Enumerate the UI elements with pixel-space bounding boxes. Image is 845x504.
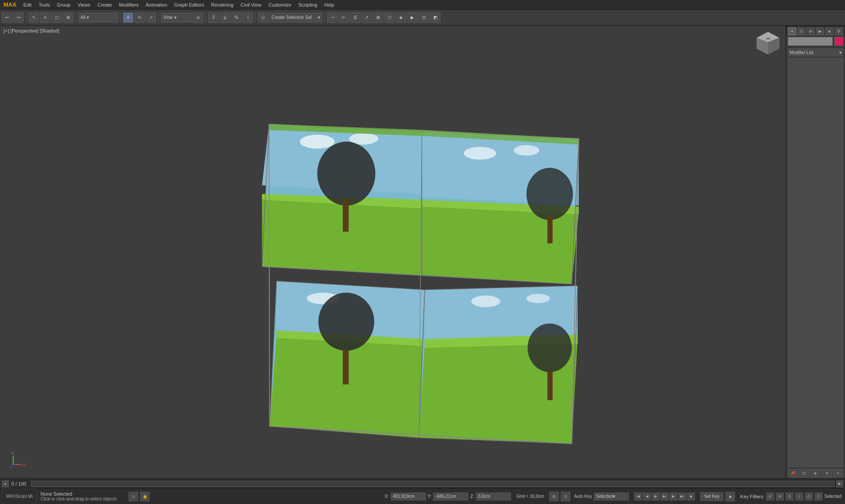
menu-max[interactable]: MAX (0, 0, 20, 9)
goto-end-button[interactable]: ▶| (678, 493, 686, 500)
svg-rect-36 (547, 217, 553, 243)
select-move-button[interactable]: ✛ (123, 12, 133, 23)
goto-start-button[interactable]: |◀ (634, 493, 642, 500)
select-by-name-button[interactable]: ≡ (40, 12, 51, 23)
menu-customize[interactable]: Customize (265, 0, 295, 9)
remove-modifier-button[interactable]: ✕ (822, 469, 832, 478)
prev-frame-button[interactable]: ◀ (643, 493, 651, 500)
next-frame-button[interactable]: ▶ (669, 493, 677, 500)
panel-tab-hierarchy[interactable]: ⊗ (807, 27, 815, 35)
material-editor-button[interactable]: ⬡ (384, 12, 395, 23)
panel-tab-modify[interactable]: ⊡ (797, 27, 805, 35)
menu-animation[interactable]: Animation (142, 0, 171, 9)
align-button[interactable]: ⊢ (338, 12, 349, 23)
menu-group[interactable]: Group (54, 0, 74, 9)
show-end-result-button[interactable]: ⊡ (799, 469, 810, 478)
select-rotate-button[interactable]: ↻ (134, 12, 145, 23)
menu-create[interactable]: Create (94, 0, 115, 9)
activeshade-button[interactable]: ◩ (430, 12, 441, 23)
snap-3d-button[interactable]: 3 (208, 12, 219, 23)
maxscript-mini-listener[interactable]: MAXScript Mi (2, 489, 37, 504)
object-color-swatch[interactable] (788, 37, 833, 46)
viewport[interactable]: [+] [Perspective] [Shaded] (0, 26, 786, 478)
render-button[interactable]: ⊡ (419, 12, 429, 23)
toolbar-sep-5 (206, 12, 206, 23)
play-selected-button[interactable]: ▶| (661, 493, 669, 500)
panel-tab-create[interactable]: ✦ (788, 27, 796, 35)
panel-tab-motion[interactable]: ▶ (816, 27, 824, 35)
menu-civil-view[interactable]: Civil View (237, 0, 265, 9)
menu-edit[interactable]: Edit (20, 0, 35, 9)
edit-named-sel-button[interactable]: ⌸ (258, 12, 268, 23)
key-filter-pos[interactable]: P (766, 493, 774, 500)
menu-views[interactable]: Views (74, 0, 94, 9)
timeline-config-button[interactable]: ▶ (836, 480, 843, 487)
right-panel: ✦ ⊡ ⊗ ▶ ◈ ⚙ Modifier List ▾ 📌 ⊡ ◈ ✕ (786, 26, 845, 478)
create-selection-dropdown[interactable]: Create Selection Sel ▾ (269, 13, 322, 22)
mirror-button[interactable]: ⊣ (327, 12, 338, 23)
key-filter-custom[interactable]: C (815, 493, 823, 500)
set-key-icon[interactable]: ◆ (725, 492, 735, 501)
status-sel-lock-button[interactable]: 🔒 (140, 492, 150, 501)
snap-angle-button[interactable]: ∠ (220, 12, 230, 23)
texture-panel-br (419, 286, 578, 444)
menu-scripting[interactable]: Scripting (295, 0, 321, 9)
key-filter-scale[interactable]: S (786, 493, 794, 500)
play-button[interactable]: ▶ (652, 493, 660, 500)
color-swatch-row (786, 35, 845, 47)
panel-tab-utilities[interactable]: ⚙ (835, 27, 843, 35)
curve-editor-button[interactable]: ↗ (361, 12, 372, 23)
menu-tools[interactable]: Tools (35, 0, 54, 9)
panel-tab-display[interactable]: ◈ (825, 27, 834, 35)
window-crossing-button[interactable]: ⊞ (63, 12, 73, 23)
autokey-area: Auto Key Selected ▾ (572, 493, 631, 500)
viewport-orientation-cube[interactable]: TOP (755, 30, 781, 56)
adaptive-grid-button[interactable]: ⊞ (549, 492, 559, 501)
render-setup-button[interactable]: ◈ (396, 12, 406, 23)
snap-percent-button[interactable]: % (231, 12, 242, 23)
selection-filter-dropdown[interactable]: All ▾ (78, 13, 118, 22)
svg-point-19 (300, 135, 334, 149)
key-mode-button[interactable]: ◆ (687, 493, 695, 500)
use-pivot-button[interactable]: ⊙ (193, 12, 203, 23)
grid-display: Grid = 10,0cm (513, 494, 547, 499)
layer-manager-button[interactable]: ☰ (350, 12, 360, 23)
menu-graph-editors[interactable]: Graph Editors (171, 0, 208, 9)
configure-sets-button[interactable]: ≡ (833, 469, 843, 478)
pin-stack-button[interactable]: 📌 (788, 469, 798, 478)
make-unique-button[interactable]: ◈ (810, 469, 821, 478)
reference-coord-dropdown[interactable]: View ▾ (161, 13, 192, 22)
x-coord-field[interactable]: 401,819cm (391, 493, 426, 500)
menu-modifiers[interactable]: Modifiers (115, 0, 142, 9)
timeline-expand-button[interactable]: ▲ (2, 480, 9, 487)
modifier-list-dropdown[interactable]: Modifier List ▾ (788, 48, 843, 56)
select-region-button[interactable]: ◻ (51, 12, 62, 23)
key-filters-area: Key Filters: P R S I O C Selected (738, 493, 843, 500)
svg-text:Y: Y (11, 451, 14, 456)
key-filters-label: Key Filters: (740, 494, 764, 499)
y-coord-field[interactable]: -686,21cm (433, 493, 468, 500)
timeline-track[interactable] (31, 481, 834, 487)
svg-point-32 (514, 145, 539, 156)
set-key-button[interactable]: Set Key (700, 492, 724, 501)
redo-button[interactable]: ↪ (13, 12, 24, 23)
key-filter-rot[interactable]: R (776, 493, 784, 500)
modifier-stack-area (788, 58, 843, 467)
select-scale-button[interactable]: ⤢ (146, 12, 156, 23)
key-filter-obj[interactable]: O (805, 493, 813, 500)
snap-spinner-button[interactable]: ⌇ (242, 12, 253, 23)
schematic-view-button[interactable]: ⊠ (373, 12, 383, 23)
status-isolate-button[interactable]: ⊙ (129, 492, 138, 501)
select-object-button[interactable]: ↖ (29, 12, 39, 23)
menu-help[interactable]: Help (321, 0, 338, 9)
key-filter-iik[interactable]: I (795, 493, 803, 500)
timeline-area: ▲ 0 / 100 ▶ (0, 478, 845, 488)
time-tag-button[interactable]: ⊡ (561, 492, 570, 501)
svg-point-23 (317, 142, 375, 205)
menu-rendering[interactable]: Rendering (208, 0, 237, 9)
autokey-dropdown[interactable]: Selected ▾ (594, 493, 629, 500)
color-red-swatch[interactable] (834, 37, 843, 46)
z-coord-field[interactable]: 0,0cm (476, 493, 511, 500)
render-frame-button[interactable]: ▶ (407, 12, 418, 23)
undo-button[interactable]: ↩ (2, 12, 12, 23)
